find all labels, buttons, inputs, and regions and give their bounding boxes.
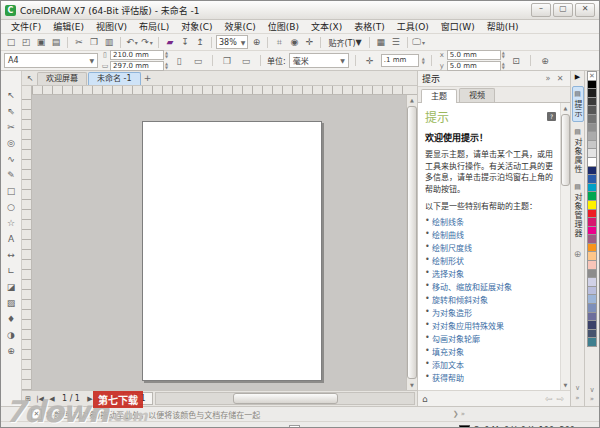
docker-chevrons[interactable]: ∨» — [575, 384, 580, 406]
eyedropper-tool[interactable]: ♦ — [3, 311, 19, 326]
last-page-button[interactable]: ▶| — [96, 395, 108, 403]
freehand-tool[interactable]: ∿ — [3, 151, 19, 166]
treat-as-filled-button[interactable]: ⊡ — [508, 53, 524, 68]
horizontal-scrollbar[interactable] — [155, 392, 415, 405]
menu-item-9[interactable]: 工具(O) — [391, 19, 435, 34]
hints-tab-video[interactable]: 视频 — [459, 88, 495, 102]
portrait-button[interactable]: ▯ — [171, 53, 187, 68]
copy-button[interactable]: ❐ — [87, 36, 101, 49]
home-icon[interactable]: ⌂ — [422, 394, 543, 404]
document-page[interactable] — [142, 121, 322, 381]
docker-collapse-icon[interactable]: » — [542, 74, 554, 83]
fullscreen-preview-button[interactable]: ⌗ — [272, 36, 286, 49]
no-color-swatch[interactable] — [587, 71, 597, 81]
hint-topic-link-1[interactable]: 绘制曲线 — [425, 228, 556, 241]
forward-arrow-icon[interactable]: ⇨ — [554, 394, 566, 404]
tab-untitled-document[interactable]: 未命名 -1 — [88, 72, 141, 85]
landscape-button[interactable]: ▭ — [190, 53, 206, 68]
snap-to-button[interactable]: 贴齐(T)▼ — [325, 36, 364, 49]
menu-item-6[interactable]: 位图(B) — [262, 19, 305, 34]
hint-topic-link-8[interactable]: 对对象应用特殊效果 — [425, 319, 556, 332]
scroll-down-icon[interactable]: ▼ — [407, 380, 417, 390]
new-tab-button[interactable]: + — [142, 73, 154, 85]
hint-topic-link-2[interactable]: 绘制尺度线 — [425, 241, 556, 254]
docker-tab-对象属性[interactable]: ▤对象属性 — [572, 125, 584, 177]
hint-topic-link-3[interactable]: 绘制形状 — [425, 254, 556, 267]
save-button[interactable]: ▣ — [34, 36, 48, 49]
paste-button[interactable]: ▥ — [102, 36, 116, 49]
first-page-button[interactable]: |◀ — [34, 395, 46, 403]
zoom-level-select[interactable]: 38%▼ — [216, 35, 248, 49]
next-page-button[interactable]: ▶ — [84, 395, 96, 403]
page-width-field[interactable]: 210.0 mm — [110, 50, 164, 60]
hint-topic-link-7[interactable]: 为对象造形 — [425, 306, 556, 319]
add-button[interactable]: ⊕ — [537, 53, 553, 68]
workspace-button[interactable]: 🖵▾ — [412, 36, 426, 49]
dup-x-stepper[interactable]: ▲▼ — [502, 51, 505, 59]
hint-topic-link-4[interactable]: 选择对象 — [425, 267, 556, 280]
connector-tool[interactable]: ∟ — [3, 263, 19, 278]
shape-tool[interactable]: ⇖ — [3, 103, 19, 118]
polygon-tool[interactable]: ☆ — [3, 215, 19, 230]
hint-topic-link-11[interactable]: 添加文本 — [425, 358, 556, 371]
horizontal-ruler[interactable] — [32, 86, 407, 95]
nudge-field[interactable]: .1 mm — [381, 54, 419, 67]
add-page-button[interactable]: ⊞ — [22, 395, 34, 403]
hint-topic-link-5[interactable]: 移动、缩放和延展对象 — [425, 280, 556, 293]
menu-item-10[interactable]: 窗口(W) — [435, 19, 481, 34]
export-button[interactable]: ↥ — [193, 36, 207, 49]
undo-button[interactable]: ↶▾ — [125, 36, 139, 49]
units-select[interactable]: 毫米▼ — [289, 53, 349, 68]
menu-item-2[interactable]: 视图(V) — [90, 19, 133, 34]
scroll-up-icon[interactable]: ▲ — [407, 95, 417, 105]
minimize-button[interactable]: – — [531, 3, 551, 17]
menu-item-8[interactable]: 表格(T) — [348, 19, 391, 34]
artistic-media-tool[interactable]: ✎ — [3, 167, 19, 182]
dup-y-stepper[interactable]: ▲▼ — [502, 62, 505, 70]
previous-page-button[interactable]: ◀ — [46, 395, 58, 403]
palette-nav-icons[interactable]: ❯ » — [453, 410, 595, 418]
menu-item-1[interactable]: 编辑(E) — [47, 19, 90, 34]
menu-item-5[interactable]: 效果(C) — [218, 19, 261, 34]
menu-item-3[interactable]: 布局(L) — [133, 19, 175, 34]
interactive-fill-tool[interactable]: ◑ — [3, 327, 19, 342]
zoom-tool[interactable]: ◎ — [3, 135, 19, 150]
add-docker-button[interactable]: ⊕ — [574, 249, 582, 259]
text-tool[interactable]: A — [3, 231, 19, 246]
hint-topic-link-6[interactable]: 旋转和倾斜对象 — [425, 293, 556, 306]
show-rulers-button[interactable]: ◉ — [287, 36, 301, 49]
help-icon[interactable]: ? — [547, 112, 556, 121]
import-button[interactable]: ↧ — [178, 36, 192, 49]
page-1-tab[interactable]: 页 1 — [123, 392, 153, 405]
scroll-down-icon[interactable]: ▼ — [561, 380, 571, 390]
tab-welcome-screen[interactable]: 欢迎屏幕 — [37, 72, 87, 85]
rectangle-tool[interactable]: □ — [3, 183, 19, 198]
transparency-tool[interactable]: ▨ — [3, 295, 19, 310]
vertical-scroll-thumb[interactable] — [407, 106, 417, 379]
hints-tab-topics[interactable]: 主题 — [421, 89, 457, 103]
current-page-button[interactable]: ▭ — [238, 53, 254, 68]
drop-shadow-tool[interactable]: ◪ — [3, 279, 19, 294]
docker-close-icon[interactable]: ✕ — [554, 74, 566, 83]
duplicate-x-field[interactable]: 5.0 mm — [447, 50, 501, 60]
page-size-select[interactable]: A4▼ — [4, 53, 98, 68]
nudge-stepper[interactable]: ▲▼ — [422, 57, 425, 65]
palette-chevrons[interactable]: ∨» — [589, 386, 594, 406]
application-launcher-button[interactable]: ⊕ — [249, 36, 263, 49]
crop-tool[interactable]: ✂ — [3, 119, 19, 134]
ellipse-tool[interactable]: ○ — [3, 199, 19, 214]
menu-item-4[interactable]: 对象(C) — [175, 19, 218, 34]
menu-item-7[interactable]: 文本(X) — [305, 19, 348, 34]
hint-topic-link-0[interactable]: 绘制线条 — [425, 215, 556, 228]
options-button[interactable]: ☰ — [389, 36, 403, 49]
quick-customize-icon[interactable]: ↖ — [24, 73, 36, 85]
all-pages-button[interactable]: ❐ — [219, 53, 235, 68]
back-arrow-icon[interactable]: ⇦ — [543, 394, 555, 404]
cut-button[interactable]: ✂ — [72, 36, 86, 49]
scroll-up-icon[interactable]: ▲ — [561, 103, 571, 113]
hint-topic-link-9[interactable]: 勾画对象轮廓 — [425, 332, 556, 345]
width-stepper[interactable]: ▲▼ — [165, 51, 168, 59]
dimension-tool[interactable]: ↔ — [3, 247, 19, 262]
print-button[interactable]: ▤ — [49, 36, 63, 49]
add-tool[interactable]: ⊕ — [3, 343, 19, 358]
